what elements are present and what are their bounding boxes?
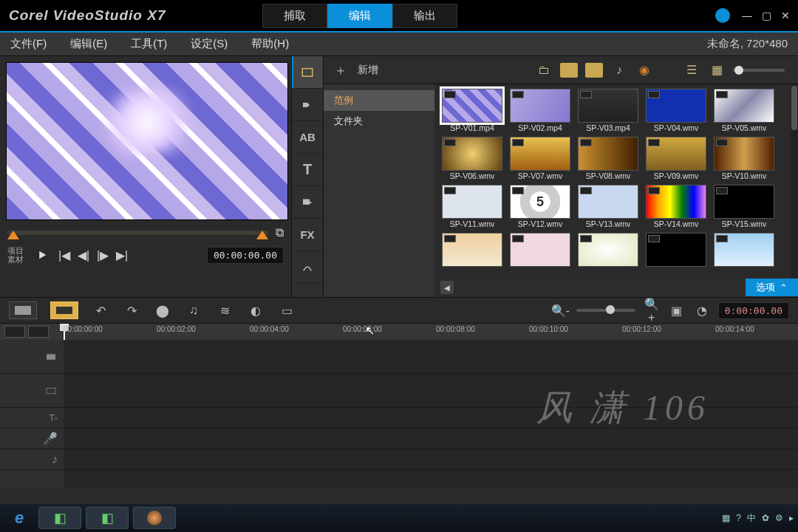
tray-icon-help[interactable]: ? [736,513,741,523]
music-track-head[interactable]: ♪ [0,449,64,470]
tab-edit[interactable]: 编辑 [327,4,392,28]
tree-sample[interactable]: 范例 [324,90,434,111]
library-clip[interactable] [440,233,504,267]
ruler-tick: 00:00:06:00 [343,325,382,333]
filter-video-icon[interactable] [560,63,578,78]
library-clip[interactable]: SP-V07.wmv [508,137,572,180]
taskbar-app1[interactable]: ◧ [38,507,81,529]
title-track-head[interactable]: T▫ [0,408,64,429]
folder-icon[interactable]: 🗀 [535,63,553,78]
mark-in-icon[interactable] [7,225,19,239]
view-grid-icon[interactable]: ▦ [708,63,726,78]
taskbar-app2[interactable]: ◧ [86,507,129,529]
undo-button[interactable]: ↶ [92,304,109,318]
add-icon[interactable]: ＋ [334,61,347,79]
zoom-slider[interactable] [576,309,635,312]
menu-edit[interactable]: 编辑(E) [70,37,107,51]
side-title-button[interactable]: AB [292,121,323,154]
library-clip[interactable]: SP-V04.wmv [644,89,708,132]
maximize-button[interactable]: ▢ [760,9,773,22]
chapter-button[interactable]: ▭ [278,304,296,318]
filter-disc-icon[interactable]: ◉ [635,63,653,78]
preview-timecode[interactable]: 00:00:00.00 [207,247,284,264]
redo-button[interactable]: ↷ [123,304,140,318]
preview-canvas[interactable] [6,62,288,220]
tab-share[interactable]: 输出 [392,4,457,28]
options-button[interactable]: 选项⌃ [746,279,798,296]
library-clip[interactable]: SP-V13.wmv [576,185,640,228]
library-clip[interactable] [644,233,708,267]
timeline-view-button[interactable] [50,301,78,319]
tab-capture[interactable]: 捕取 [262,4,327,28]
overlay-track-head[interactable] [0,374,64,408]
menu-help[interactable]: 帮助(H) [251,37,289,51]
track-manager-button[interactable]: ◐ [247,304,265,318]
close-button[interactable]: ✕ [779,9,792,22]
tray-icon-1[interactable]: ▦ [722,513,730,523]
zoom-out-icon[interactable]: 🔍- [551,304,569,318]
menu-setting[interactable]: 设定(S) [191,37,228,51]
side-transition-button[interactable] [292,89,323,121]
timeline-tracks[interactable]: 风 潇 106 [64,340,798,488]
library-clip[interactable]: SP-V10.wmv [712,137,776,180]
project-duration-icon[interactable]: ◔ [693,304,711,318]
auto-music-button[interactable]: ≋ [216,304,233,318]
library-clip[interactable] [712,233,776,267]
library-clip[interactable]: SP-V09.wmv [644,137,708,180]
tray-icon-more[interactable]: ▸ [789,513,794,523]
ruler-mode-b[interactable] [28,326,49,338]
taskbar-videostudio[interactable] [133,507,176,529]
library-clip[interactable] [576,233,640,267]
filter-audio-icon[interactable]: ♪ [610,63,628,78]
scroll-left-icon[interactable]: ◀ [440,281,454,294]
side-path-button[interactable] [292,251,323,284]
library-clip[interactable]: SP-V06.wmv [440,137,504,180]
video-track-head[interactable] [0,340,64,374]
library-scrollbar[interactable] [791,84,798,278]
clip-label: SP-V08.wmv [586,171,631,180]
globe-icon[interactable] [715,8,730,23]
library-clip[interactable]: SP-V08.wmv [576,137,640,180]
voice-track-head[interactable]: 🎤 [0,429,64,449]
minimize-button[interactable]: — [740,9,754,22]
ruler-mode-a[interactable] [4,326,25,338]
library-clip[interactable]: SP-V05.wmv [712,89,776,132]
storyboard-view-button[interactable] [9,301,37,319]
library-clip[interactable]: SP-V01.mp4 [440,89,504,132]
fit-project-icon[interactable]: ▣ [668,304,686,318]
go-end-button[interactable]: ▶| [114,247,130,263]
menu-tool[interactable]: 工具(T) [131,37,167,51]
scrub-bar[interactable] [7,231,268,235]
record-button[interactable]: ⬤ [154,304,171,318]
time-ruler[interactable]: 00:00:00:0000:00:02:0000:00:04:0000:00:0… [64,324,798,340]
tray-icon-ime[interactable]: 中 [747,512,756,525]
library-clip[interactable]: SP-V15.wmv [712,185,776,228]
side-filter-button[interactable] [292,186,323,219]
tree-folder[interactable]: 文件夹 [324,111,434,132]
side-fx-button[interactable]: FX [292,219,323,251]
library-clip[interactable]: SP-V11.wmv [440,185,504,228]
next-frame-button[interactable]: |▶ [95,247,111,263]
side-media-button[interactable] [292,56,323,89]
thumb-size-slider[interactable] [733,69,785,72]
mark-out-icon[interactable] [256,225,268,239]
prev-frame-button[interactable]: ◀| [75,247,92,263]
view-list-icon[interactable]: ☰ [683,63,700,78]
side-graphic-button[interactable]: T [292,154,323,186]
preview-mode-toggle[interactable]: 项目 素材 [7,246,24,264]
filter-photo-icon[interactable] [585,63,603,78]
library-clip[interactable] [508,233,572,267]
zoom-in-icon[interactable]: 🔍+ [643,297,661,324]
library-clip[interactable]: SP-V03.mp4 [576,89,640,132]
library-clip[interactable]: 5SP-V12.wmv [508,185,572,228]
library-clip[interactable]: SP-V14.wmv [644,185,708,228]
taskbar-ie[interactable]: e [4,507,34,529]
audio-mixer-button[interactable]: ♫ [185,304,202,317]
tray-icon-settings[interactable]: ✿ [762,513,769,523]
tray-icon-tool[interactable]: ⚙ [775,513,783,523]
play-button[interactable] [31,244,53,266]
library-clip[interactable]: SP-V02.mp4 [508,89,572,132]
menu-file[interactable]: 文件(F) [10,37,47,51]
go-start-button[interactable]: |◀ [56,247,72,263]
enlarge-preview-icon[interactable]: ⧉ [276,226,284,239]
